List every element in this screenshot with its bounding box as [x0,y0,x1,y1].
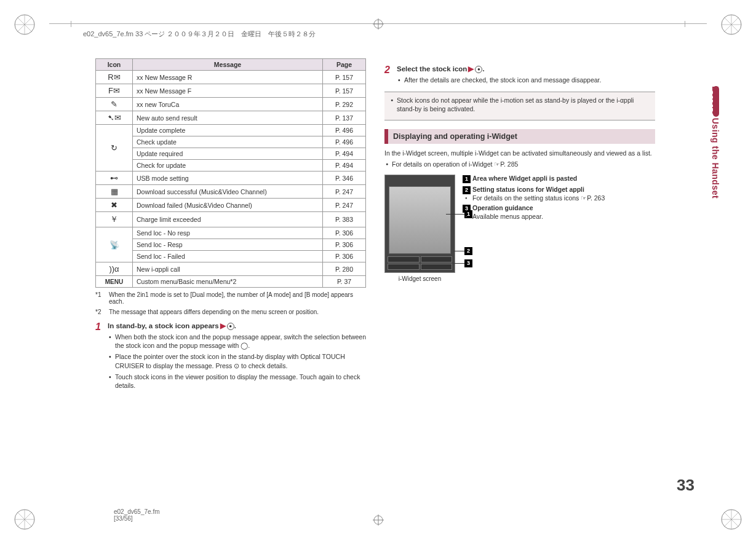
cell-message: Check for update [133,160,323,171]
left-column: Icon Message Page R✉xx New Message RP. 1… [95,58,366,392]
cell-icon: 📡 [96,227,133,262]
cell-icon: ↻ [96,125,133,171]
table-row: Update requiredP. 494 [96,148,366,160]
cell-page: P. 306 [323,227,366,239]
reg-mark-icon [719,12,744,37]
cell-icon: ))α [96,262,133,276]
table-row: ➷✉New auto send resultP. 137 [96,111,366,125]
cell-icon: F✉ [96,84,133,98]
cell-page: P. 280 [323,262,366,276]
table-row: R✉xx New Message RP. 157 [96,71,366,84]
cell-icon: R✉ [96,71,133,84]
callout-line [446,214,464,215]
cell-page: P. 346 [323,171,366,185]
cell-message: New auto send result [133,111,323,125]
cell-message: Charge limit exceeded [133,212,323,227]
cell-page: P. 306 [323,251,366,262]
table-row: ▦Download successful (Music&Video Channe… [96,185,366,199]
cell-icon: ▦ [96,185,133,199]
reg-center-icon [373,18,384,30]
cell-icon: ➷✉ [96,111,133,125]
cell-message: Custom menu/Basic menu/Menu*2 [133,276,323,288]
widget-item: 3Operation guidance Available menus appe… [463,204,605,220]
bullet-item: After the details are checked, the stock… [397,76,655,84]
step-number: 2 [384,65,397,87]
th-page: Page [323,59,366,71]
cell-message: Check update [133,136,323,148]
widget-sub: Available menus appear. [463,213,605,220]
cell-message: Update complete [133,125,323,136]
callout-3-icon: 3 [464,259,472,267]
table-row: Check for updateP. 494 [96,160,366,171]
widget-intro: In the i-Widget screen, multiple i-Widge… [384,149,655,158]
cell-page: P. 496 [323,136,366,148]
reg-mark-icon [719,507,744,532]
footnote-num: *2 [95,309,109,315]
step-title: Select the stock icon▶●. [397,65,655,73]
widget-item: 2Setting status icons for Widget appli F… [463,186,605,202]
note-box: Stock icons do not appear while the i-mo… [384,92,655,120]
cell-message: Download failed (Music&Video Channel) [133,199,323,212]
chapter-tab: Before Using the Handset [706,86,719,258]
bullet-item: Touch stock icons in the viewer position… [108,373,366,390]
ok-key-icon: ● [227,323,234,330]
cell-message: Send loc - Failed [133,251,323,262]
widget-sub: For details on the setting status icons … [463,194,605,202]
widget-callout-list: 1Area where Widget appli is pasted 2Sett… [463,175,605,282]
page-number: 33 [677,476,694,495]
ok-key-icon: ● [475,66,482,73]
step-bullets: After the details are checked, the stock… [397,76,655,84]
section-heading: Displaying and operating i-Widget [384,129,655,144]
widget-screenshot [384,175,455,273]
footnote-text: The message that appears differs dependi… [109,309,319,315]
cell-message: Download successful (Music&Video Channel… [133,185,323,199]
reg-center-icon [373,514,384,526]
table-row: ))αNew i-αppli callP. 280 [96,262,366,276]
table-row: ↻Update completeP. 496 [96,125,366,136]
cell-icon: ✖ [96,199,133,212]
cell-page: P. 137 [323,111,366,125]
cell-page: P. 247 [323,185,366,199]
footnote: *2 The message that appears differs depe… [95,309,366,315]
reg-mark-icon [12,507,37,532]
table-row: ✎xx new ToruCaP. 292 [96,98,366,111]
widget-layout: i-Widget screen 1 2 3 1Area where Widget… [384,175,655,282]
footnote: *1 When the 2in1 mode is set to [Dual mo… [95,291,366,305]
callout-num-icon: 1 [463,175,471,183]
callout-2-icon: 2 [464,247,472,255]
cell-page: P. 494 [323,160,366,171]
cell-page: P. 292 [323,98,366,111]
widget-item: 1Area where Widget appli is pasted [463,175,605,183]
footnote-text: When the 2in1 mode is set to [Dual mode]… [109,291,366,305]
table-row: Send loc - FailedP. 306 [96,251,366,262]
stock-icon-table: Icon Message Page R✉xx New Message RP. 1… [95,58,366,288]
table-row: ✖Download failed (Music&Video Channel)P.… [96,199,366,212]
callout-line [453,263,464,264]
note-text: Stock icons do not appear while the i-mo… [389,96,650,113]
widget-ref: For details on operation of i-Widget ☞P.… [384,160,655,168]
cell-icon: ￥ [96,212,133,227]
cell-page: P. 383 [323,212,366,227]
step-2: 2 Select the stock icon▶●. After the det… [384,65,655,87]
cell-message: Send loc - Resp [133,239,323,251]
step-number: 1 [95,321,108,392]
cell-message: xx New Message F [133,84,323,98]
callout-num-icon: 2 [463,186,471,194]
reg-mark-icon [12,12,37,37]
table-row: MENUCustom menu/Basic menu/Menu*2P. 37 [96,276,366,288]
footer-text: e02_dv65_7e.fm [33/56] [114,508,160,522]
widget-caption: i-Widget screen [384,275,455,282]
cell-page: P. 157 [323,84,366,98]
cell-message: xx new ToruCa [133,98,323,111]
cell-message: xx New Message R [133,71,323,84]
table-row: ⊷USB mode settingP. 346 [96,171,366,185]
step-title: In stand-by, a stock icon appears▶●. [108,321,366,330]
cell-page: P. 37 [323,276,366,288]
table-row: Check updateP. 496 [96,136,366,148]
cell-message: USB mode setting [133,171,323,185]
bullet-item: Place the pointer over the stock icon in… [108,352,366,369]
cell-message: Send loc - No resp [133,227,323,239]
th-icon: Icon [96,59,133,71]
table-row: Send loc - RespP. 306 [96,239,366,251]
cell-page: P. 157 [323,71,366,84]
